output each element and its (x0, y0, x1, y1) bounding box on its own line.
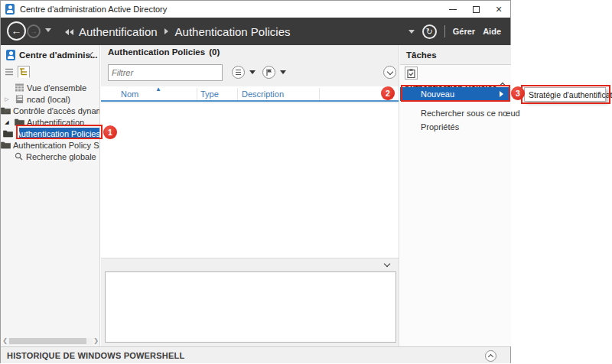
breadcrumb-current[interactable]: Authentication Policies (175, 25, 291, 38)
help-menu[interactable]: Aide (483, 27, 501, 36)
columns-menu-caret-icon[interactable] (249, 70, 256, 74)
expander-collapsed-icon[interactable]: ▷ (4, 96, 10, 102)
column-type[interactable]: Type (200, 89, 219, 99)
main-pane-header: Authentication Policies (0) (101, 45, 399, 59)
adac-window: Centre d'administration Active Directory… (0, 0, 511, 363)
window-title: Centre d'administration Active Directory (20, 5, 167, 14)
expand-filter-icon[interactable] (383, 66, 396, 79)
clipboard-tab[interactable] (405, 67, 418, 80)
title-bar[interactable]: Centre d'administration Active Directory… (1, 1, 510, 18)
navigation-dropdown-icon[interactable] (409, 30, 415, 34)
expander-collapsed-icon[interactable]: ▷ (14, 142, 20, 148)
item-count: (0) (209, 47, 220, 57)
clipboard-icon (407, 69, 415, 78)
list-column-header: Nom ▲ Type Description (101, 86, 399, 102)
flag-menu-icon[interactable] (262, 66, 275, 79)
tree-item-authentication-policy-silos[interactable]: ▷ Authentication Policy Silos (1, 139, 100, 151)
server-icon (15, 95, 24, 103)
preview-collapse-bar[interactable] (101, 258, 399, 270)
annotation-box-step1 (16, 125, 103, 139)
history-dropdown-icon[interactable] (45, 28, 51, 32)
add-criteria-group (232, 66, 256, 79)
tree-item-ncad-local[interactable]: ▷ ncad (local) (1, 93, 100, 105)
tasks-icon-row (400, 66, 511, 80)
scroll-right-icon[interactable]: ❯ (93, 337, 99, 345)
columns-menu-icon[interactable] (232, 66, 245, 79)
view-tabs (3, 66, 30, 78)
column-description[interactable]: Description (242, 89, 284, 99)
list-view-tab[interactable] (3, 66, 15, 78)
maximize-button[interactable] (464, 1, 487, 18)
scrollbar-track[interactable] (8, 338, 93, 345)
refresh-icon[interactable]: ↻ (422, 24, 437, 39)
saved-queries-group (262, 66, 286, 79)
column-separator[interactable] (237, 88, 238, 100)
global-search-icon (14, 152, 24, 161)
scrollbar-thumb[interactable] (9, 338, 86, 344)
tree-view-tab[interactable] (18, 66, 30, 78)
collapse-chevron-icon[interactable] (384, 261, 390, 267)
breadcrumb-separator-icon (164, 28, 168, 34)
screen: Centre d'administration Active Directory… (0, 0, 612, 364)
column-separator[interactable] (197, 88, 197, 100)
close-button[interactable]: × (487, 1, 510, 18)
powershell-history-label: HISTORIQUE DE WINDOWS POWERSHELL (7, 351, 184, 360)
preview-pane (105, 271, 396, 343)
navbar-divider (444, 25, 445, 37)
tree-item-vue-densemble[interactable]: Vue d'ensemble (1, 82, 100, 93)
breadcrumb-collapse-icon[interactable] (65, 29, 73, 35)
navigation-bar: ← → Authentification Authentication Poli… (1, 18, 510, 45)
back-icon[interactable]: ← (7, 21, 26, 41)
navigation-tree: Vue d'ensemble ▷ ncad (local) ▷ Contrôle… (1, 82, 100, 162)
scroll-left-icon[interactable]: ❮ (2, 337, 8, 345)
forward-icon[interactable]: → (27, 24, 41, 38)
task-rechercher-sous-ce-noeud[interactable]: Rechercher sous ce nœud (400, 106, 509, 120)
policy-list-empty[interactable] (101, 103, 399, 258)
annotation-step-1: 1 (103, 125, 117, 139)
filter-input[interactable] (109, 68, 223, 77)
sort-ascending-icon[interactable]: ▲ (155, 86, 161, 93)
manage-menu[interactable]: Gérer (453, 27, 475, 36)
filter-searchbox[interactable] (108, 64, 223, 81)
expand-history-icon[interactable] (485, 350, 496, 362)
expander-collapsed-icon[interactable]: ▷ (4, 108, 10, 114)
tasks-title: Tâches (406, 50, 437, 60)
flag-menu-caret-icon[interactable] (280, 70, 286, 74)
folder-icon (1, 141, 11, 149)
adac-pane-icon (6, 50, 15, 60)
minimize-button[interactable] (441, 1, 464, 18)
annotation-box-step3 (521, 85, 610, 104)
breadcrumb: Authentification Authentication Policies (79, 18, 291, 45)
powershell-history-bar[interactable]: HISTORIQUE DE WINDOWS POWERSHELL (1, 346, 510, 363)
column-nom[interactable]: Nom (121, 89, 138, 99)
navigation-pane-header: Centre d'adminis... (1, 45, 99, 65)
app-icon (5, 4, 15, 15)
navbar-right: ↻ Gérer Aide (409, 18, 501, 45)
navigation-pane-title: Centre d'adminis... (19, 50, 97, 60)
tasks-pane-header: Tâches (400, 45, 511, 65)
tree-item-recherche-globale[interactable]: Recherche globale (1, 151, 100, 162)
tree-view-icon (19, 67, 28, 76)
filter-toolbar (101, 59, 399, 86)
annotation-box-step2 (401, 85, 510, 102)
overview-grid-icon (15, 83, 24, 92)
window-controls: × (441, 1, 510, 18)
annotation-step-2: 2 (381, 86, 395, 100)
task-proprietes[interactable]: Propriétés (400, 120, 509, 134)
main-pane-title: Authentication Policies (108, 47, 205, 57)
expander-expanded-icon[interactable]: ◢ (4, 119, 10, 125)
navigation-pane: Centre d'adminis... Vue d'ensemb (1, 45, 100, 346)
annotation-step-3: 3 (511, 86, 525, 100)
breadcrumb-parent[interactable]: Authentification (79, 25, 158, 38)
list-view-icon (5, 67, 14, 76)
folder-icon (3, 129, 13, 138)
nav-pane-horizontal-scrollbar[interactable]: ❮ ❯ (2, 337, 99, 345)
tree-item-controle-dacces-dynamique[interactable]: ▷ Contrôle d'accès dynamique (1, 105, 100, 116)
column-separator[interactable] (319, 88, 320, 100)
main-pane: Authentication Policies (0) (101, 45, 399, 346)
